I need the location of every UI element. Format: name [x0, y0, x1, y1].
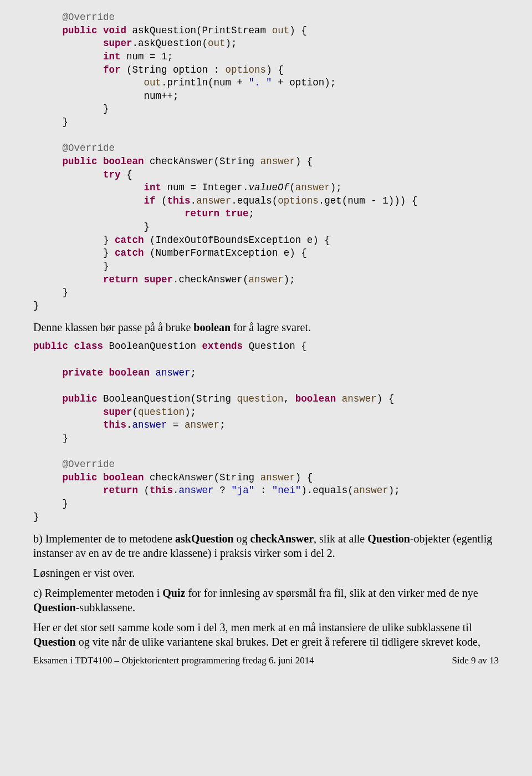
answer-note: Løsningen er vist over. [33, 566, 499, 580]
paragraph-description-1: Denne klassen bør passe på å bruke boole… [33, 320, 499, 334]
code-block-1: @Override public void askQuestion(PrintS… [33, 11, 499, 312]
page-footer: Eksamen i TDT4100 – Objektorientert prog… [33, 655, 499, 667]
question-b: b) Implementer de to metodene askQuestio… [33, 531, 499, 560]
footer-left: Eksamen i TDT4100 – Objektorientert prog… [33, 655, 314, 667]
answer-text: Her er det stor sett samme kode som i de… [33, 620, 499, 649]
page-number: Side 9 av 13 [452, 655, 499, 667]
code-block-2: public class BooleanQuestion extends Que… [33, 340, 499, 524]
question-c: c) Reimplementer metoden i Quiz for for … [33, 586, 499, 615]
